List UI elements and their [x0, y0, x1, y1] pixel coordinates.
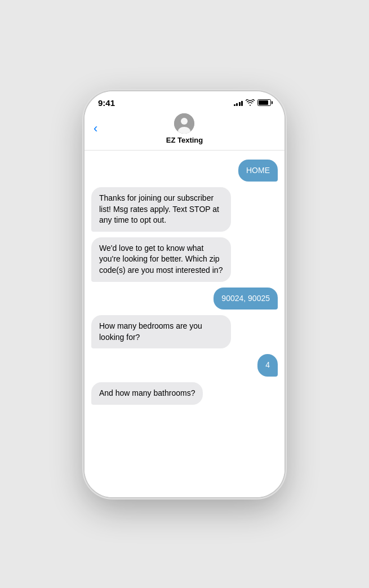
- received-message: How many bedrooms are you looking for?: [91, 315, 231, 348]
- status-icons: [234, 99, 272, 106]
- received-message: And how many bathrooms?: [91, 382, 203, 405]
- back-button[interactable]: ‹: [94, 122, 97, 135]
- chat-area[interactable]: HOMEThanks for joining our subscriber li…: [85, 151, 284, 497]
- person-icon: [174, 113, 194, 134]
- status-bar: 9:41: [85, 91, 284, 110]
- sent-message: HOME: [238, 160, 278, 182]
- sent-message: 90024, 90025: [214, 288, 278, 310]
- status-time: 9:41: [98, 98, 115, 108]
- signal-icon: [234, 99, 243, 106]
- received-message: Thanks for joining our subscriber list! …: [91, 187, 231, 232]
- sent-message: 4: [257, 354, 278, 377]
- avatar: [174, 113, 194, 134]
- received-message: We'd love to get to know what you're loo…: [91, 237, 231, 282]
- contact-name: EZ Texting: [166, 136, 203, 144]
- phone-frame: 9:41 ‹ EZ Texting: [85, 91, 284, 497]
- nav-header: ‹ EZ Texting: [85, 110, 284, 151]
- battery-icon: [257, 99, 271, 106]
- contact-info: EZ Texting: [166, 113, 203, 144]
- svg-point-1: [181, 118, 188, 125]
- wifi-icon: [246, 99, 255, 106]
